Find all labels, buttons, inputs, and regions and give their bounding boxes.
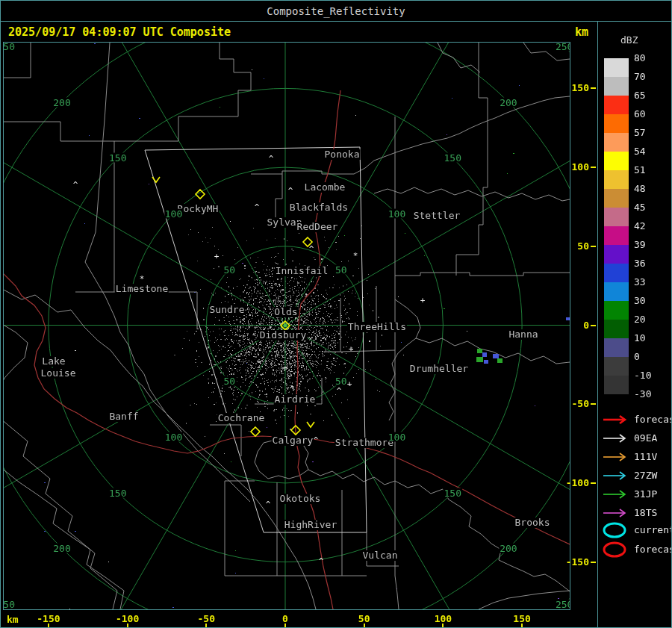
bottom-axis-tick — [48, 624, 49, 628]
bottom-axis-label: 100 — [426, 614, 459, 624]
colorbar-label: 57 — [634, 127, 646, 139]
colorbar-label: 36 — [634, 258, 646, 270]
legend-label: forecast — [634, 414, 672, 426]
colorbar-block — [604, 245, 629, 264]
colorbar-label: 54 — [634, 146, 646, 158]
right-axis-label: 0 — [565, 320, 589, 332]
colorbar-block — [604, 357, 629, 376]
bottom-axis-label: 50 — [348, 614, 381, 624]
legend-label: current — [634, 524, 672, 536]
right-axis-label: 150 — [565, 82, 589, 94]
colorbar-label: 20 — [634, 314, 646, 326]
colorbar-label: 39 — [634, 239, 646, 251]
right-axis-tick — [591, 167, 596, 168]
colorbar-block — [604, 152, 629, 170]
09EA-arrow-icon — [602, 429, 632, 448]
bottom-axis-tick — [521, 624, 523, 628]
colorbar-block — [604, 77, 629, 96]
111V-arrow-icon — [602, 447, 632, 467]
right-axis-tick — [591, 482, 596, 484]
colorbar-block — [604, 264, 629, 282]
right-axis-label: -50 — [565, 398, 589, 410]
timestamp-label: 2025/09/17 04:09:07 UTC Composite — [8, 25, 231, 39]
legend-label: forecast — [634, 544, 672, 556]
window-title: Composite_Reflectivity — [267, 5, 405, 17]
radar-viewer-window: Composite_Reflectivity 2025/09/17 04:09:… — [0, 0, 672, 628]
right-axis-label: 50 — [565, 240, 589, 252]
bottom-axis-label: 150 — [505, 614, 538, 624]
colorbar-block — [604, 226, 629, 245]
right-axis-tick — [591, 246, 596, 247]
bottom-axis-tick — [442, 624, 444, 628]
colorbar-label: 48 — [634, 183, 646, 195]
colorbar-block — [604, 58, 629, 77]
colorbar-block — [604, 96, 629, 114]
right-axis-label: -150 — [565, 556, 589, 568]
colorbar-block — [604, 301, 629, 320]
colorbar-label: 0 — [634, 351, 640, 363]
right-axis-tick — [591, 562, 596, 563]
bottom-axis-label: -50 — [190, 614, 223, 624]
right-axis-tick — [591, 325, 596, 326]
current-ellipse-icon — [602, 520, 632, 540]
colorbar-block — [604, 320, 629, 338]
colorbar-label: 60 — [634, 108, 646, 120]
right-axis-label: 100 — [565, 161, 589, 173]
colorbar-block — [604, 208, 629, 226]
bottom-axis-tick — [284, 624, 286, 628]
right-axis-unit: km — [575, 25, 588, 39]
legend-label: 31JP — [634, 488, 657, 500]
colorbar-label: 51 — [634, 164, 646, 176]
bottom-axis-label: 0 — [269, 614, 302, 624]
bottom-axis-tick — [205, 624, 207, 628]
legend-label: 27ZW — [634, 470, 657, 482]
right-axis-label: -100 — [565, 477, 589, 489]
legend-label: 111V — [634, 451, 657, 463]
colorbar-block — [604, 170, 629, 189]
forecast-ellipse-icon — [602, 540, 632, 559]
colorbar-block — [604, 338, 629, 357]
legend-panel: dBZ807065605754514845423936333020100-10-… — [598, 21, 672, 628]
bottom-axis-tick — [127, 624, 128, 628]
bottom-axis-tick — [364, 624, 365, 628]
colorbar-block — [604, 133, 629, 152]
27ZW-arrow-icon — [602, 466, 632, 485]
colorbar-block — [604, 114, 629, 133]
legend-label: 18TS — [634, 507, 657, 519]
colorbar-label: 70 — [634, 71, 646, 83]
colorbar-block — [604, 282, 629, 301]
colorbar-block — [604, 376, 629, 394]
colorbar-block — [604, 189, 629, 208]
colorbar-title: dBZ — [620, 34, 638, 46]
bottom-axis-label: -150 — [32, 614, 65, 624]
legend-label: 09EA — [634, 432, 657, 444]
colorbar-label: 30 — [634, 295, 646, 307]
radar-echo-canvas[interactable] — [4, 43, 570, 609]
colorbar-label: 33 — [634, 276, 646, 288]
colorbar-label: 42 — [634, 220, 646, 232]
31JP-arrow-icon — [602, 485, 632, 504]
colorbar-label: 45 — [634, 202, 646, 214]
colorbar-label: 65 — [634, 90, 646, 102]
window-titlebar: Composite_Reflectivity — [1, 1, 671, 22]
colorbar-label: 10 — [634, 332, 646, 344]
status-row: 2025/09/17 04:09:07 UTC Composite km — [1, 22, 596, 42]
right-axis-tick — [591, 403, 596, 405]
colorbar-label: -30 — [634, 388, 651, 400]
bottom-axis-label: -100 — [111, 614, 144, 624]
forecast-arrow-icon — [602, 410, 632, 429]
bottom-axis-unit: km — [7, 614, 19, 625]
right-axis-tick — [591, 87, 596, 89]
colorbar-label: 80 — [634, 52, 646, 64]
colorbar-label: -10 — [634, 370, 651, 382]
